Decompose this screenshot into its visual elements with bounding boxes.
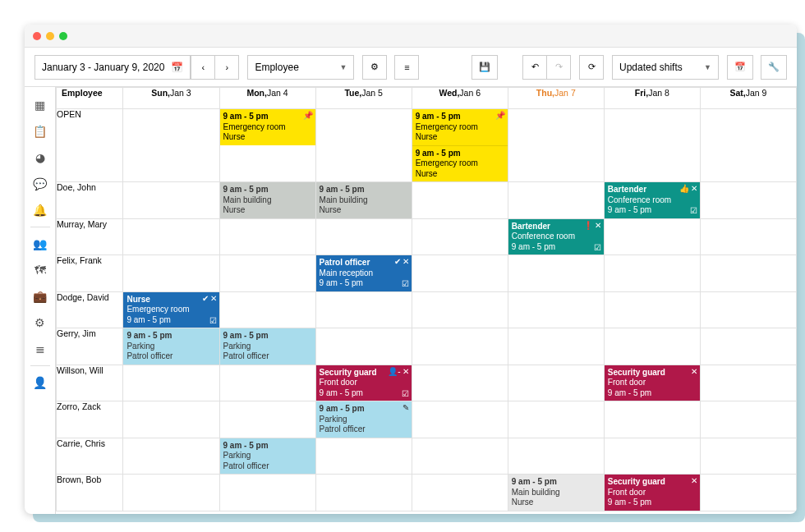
- nav-briefcase[interactable]: 💼: [25, 283, 56, 310]
- cell[interactable]: ❗✕☑BartenderConference room9 am - 5 pm: [508, 218, 604, 255]
- close-icon[interactable]: ✕: [402, 257, 409, 268]
- cell[interactable]: [315, 328, 412, 365]
- cell[interactable]: [412, 365, 508, 401]
- cell[interactable]: 9 am - 5 pmMain buildingNurse: [315, 182, 412, 219]
- cell[interactable]: [700, 328, 796, 365]
- cell[interactable]: ✕Security guardFront door9 am - 5 pm: [604, 365, 700, 401]
- cell[interactable]: 📌 9 am - 5 pm Emergency room Nurse: [219, 109, 315, 182]
- shift-card[interactable]: 👍✕☑BartenderConference room9 am - 5 pm: [605, 182, 700, 218]
- nav-profile[interactable]: 👤: [25, 369, 56, 396]
- cell[interactable]: [604, 218, 700, 255]
- cell[interactable]: [604, 438, 700, 475]
- cell[interactable]: [123, 438, 219, 475]
- cell[interactable]: [412, 401, 508, 438]
- save-button[interactable]: 💾: [472, 55, 498, 80]
- calendar-action-button[interactable]: 📅: [727, 55, 753, 80]
- cell[interactable]: [604, 109, 700, 182]
- cell[interactable]: [315, 475, 412, 511]
- shift-card[interactable]: 9 am - 5 pmParkingPatrol officer: [123, 328, 218, 365]
- shift-card[interactable]: ✔✕☑Patrol officerMain reception9 am - 5 …: [316, 255, 412, 291]
- cell[interactable]: [700, 218, 796, 255]
- cell[interactable]: [604, 255, 700, 292]
- window-maximize-icon[interactable]: [59, 32, 67, 40]
- cell[interactable]: 9 am - 5 pmParkingPatrol officer: [123, 328, 219, 365]
- cell[interactable]: [123, 182, 219, 219]
- window-minimize-icon[interactable]: [46, 32, 54, 40]
- cell[interactable]: [123, 218, 219, 255]
- nav-clipboard[interactable]: 📋: [25, 118, 56, 144]
- cell[interactable]: [412, 328, 508, 365]
- edit-icon[interactable]: ✎: [402, 403, 409, 414]
- cell[interactable]: [700, 291, 796, 328]
- cell[interactable]: ✎9 am - 5 pmParkingPatrol officer: [315, 401, 412, 438]
- shift-card[interactable]: 9 am - 5 pmParkingPatrol officer: [220, 328, 315, 365]
- cell[interactable]: [123, 401, 219, 438]
- cell[interactable]: [700, 438, 796, 475]
- shift-card[interactable]: 9 am - 5 pmParkingPatrol officer: [220, 438, 315, 475]
- nav-settings[interactable]: ⚙: [25, 310, 56, 336]
- shift-card[interactable]: 9 am - 5 pmMain buildingNurse: [508, 475, 604, 511]
- close-icon[interactable]: ✕: [402, 367, 409, 378]
- cell[interactable]: [508, 365, 604, 401]
- nav-list[interactable]: ≣: [25, 336, 56, 362]
- shift-card[interactable]: 9 am - 5 pmMain buildingNurse: [220, 182, 315, 218]
- shift-filter-select[interactable]: Updated shifts ▼: [612, 55, 719, 80]
- cell[interactable]: [412, 218, 508, 255]
- cell[interactable]: [219, 291, 315, 328]
- shift-card[interactable]: ✔✕☑NurseEmergency room9 am - 5 pm: [123, 292, 218, 328]
- shift-card[interactable]: ✕Security guardFront door9 am - 5 pm: [605, 365, 700, 401]
- cell[interactable]: [123, 255, 219, 292]
- cell[interactable]: [604, 328, 700, 365]
- cell[interactable]: [219, 218, 315, 255]
- close-icon[interactable]: ✕: [595, 221, 601, 232]
- nav-chart[interactable]: ◕: [25, 144, 56, 171]
- cell[interactable]: 9 am - 5 pmParkingPatrol officer: [219, 438, 315, 475]
- cell[interactable]: [412, 255, 508, 292]
- cell[interactable]: [508, 401, 604, 438]
- cell[interactable]: [412, 182, 508, 219]
- shift-card[interactable]: 9 am - 5 pmMain buildingNurse: [316, 182, 412, 218]
- shift-card[interactable]: 9 am - 5 pmEmergency roomNurse: [412, 145, 508, 182]
- cell[interactable]: [412, 475, 508, 511]
- cell[interactable]: 9 am - 5 pmParkingPatrol officer: [219, 328, 315, 365]
- cell[interactable]: [700, 475, 796, 511]
- cell[interactable]: [508, 438, 604, 475]
- close-icon[interactable]: ✕: [691, 184, 697, 195]
- cell[interactable]: [315, 218, 412, 255]
- next-button[interactable]: ›: [214, 55, 239, 80]
- shift-card[interactable]: ❗✕☑BartenderConference room9 am - 5 pm: [508, 219, 604, 255]
- cell[interactable]: [508, 291, 604, 328]
- cell[interactable]: [508, 182, 604, 219]
- shift-card[interactable]: ✕Security guardFront door9 am - 5 pm: [605, 475, 700, 511]
- prev-button[interactable]: ‹: [191, 55, 215, 80]
- cell[interactable]: [604, 401, 700, 438]
- cell[interactable]: [219, 475, 315, 511]
- close-icon[interactable]: ✕: [691, 476, 697, 487]
- groupby-select[interactable]: Employee ▼: [247, 55, 354, 80]
- cell[interactable]: [315, 291, 412, 328]
- cell[interactable]: [219, 255, 315, 292]
- cell[interactable]: 👍✕☑BartenderConference room9 am - 5 pm: [604, 182, 700, 219]
- cell[interactable]: [123, 109, 219, 182]
- cell[interactable]: [219, 365, 315, 401]
- cell[interactable]: [700, 365, 796, 401]
- cell[interactable]: [412, 291, 508, 328]
- nav-bell[interactable]: 🔔: [25, 197, 56, 223]
- cell[interactable]: [508, 109, 604, 182]
- shift-card[interactable]: 👤-✕☑Security guardFront door9 am - 5 pm: [316, 365, 412, 401]
- cell[interactable]: [315, 109, 412, 182]
- redo-button[interactable]: ↷: [546, 55, 571, 80]
- shift-card[interactable]: 📌 9 am - 5 pm Emergency room Nurse: [220, 109, 315, 145]
- close-icon[interactable]: ✕: [210, 294, 217, 305]
- nav-users[interactable]: 👥: [25, 231, 56, 257]
- tools-button[interactable]: 🔧: [761, 55, 787, 80]
- cell[interactable]: [219, 401, 315, 438]
- cell[interactable]: [700, 182, 796, 219]
- date-range-picker[interactable]: January 3 - January 9, 2020 📅: [34, 55, 191, 80]
- cell[interactable]: [315, 438, 412, 475]
- nav-map[interactable]: 🗺: [25, 257, 56, 283]
- nav-grid[interactable]: ▦: [25, 92, 56, 118]
- cell[interactable]: [123, 475, 219, 511]
- cell[interactable]: ✕Security guardFront door9 am - 5 pm: [604, 475, 700, 511]
- cell[interactable]: [123, 365, 219, 401]
